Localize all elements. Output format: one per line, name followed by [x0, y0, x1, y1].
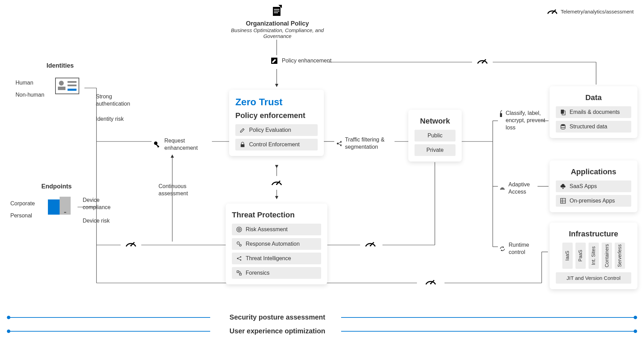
threat-title: Threat Protection [232, 210, 321, 219]
pill-risk: Risk Assessment [232, 224, 321, 235]
infra-col-paas: PaaS [575, 243, 586, 269]
edit-square-icon [271, 57, 278, 64]
pill-intel-label: Threat Intelligence [246, 255, 291, 262]
pill-forensics: Forensics [232, 267, 321, 279]
pill-network-private: Private [415, 144, 456, 156]
traffic-filtering: Traffic filtering & segmentation [336, 136, 405, 151]
pill-risk-label: Risk Assessment [246, 226, 288, 233]
refresh-icon [499, 245, 505, 252]
id-card-icon [55, 78, 79, 96]
classify-label-row: Classify, label, encrypt, prevent loss [499, 110, 547, 131]
svg-point-66 [239, 244, 241, 246]
document-icon [272, 5, 283, 17]
gears-icon [236, 241, 242, 247]
network-title: Network [415, 117, 456, 126]
svg-point-84 [561, 124, 565, 126]
svg-rect-61 [241, 144, 245, 147]
svg-line-79 [338, 142, 340, 143]
infra-card: Infrastructure IaaS PaaS Int. Sites Cont… [550, 223, 637, 289]
identities-strong-auth: Strong authentication [96, 93, 144, 108]
svg-rect-46 [274, 11, 279, 11]
svg-point-43 [634, 330, 637, 333]
endpoints-compliance: Device compliance [83, 197, 124, 211]
share-icon [236, 255, 242, 262]
lock-badge-icon [499, 110, 502, 118]
zero-trust-brand: Zero Trust [235, 97, 318, 108]
org-policy-title: Organizational Policy [221, 20, 334, 27]
gauge-icon [548, 8, 557, 15]
endpoints-risk: Device risk [83, 217, 110, 225]
data-title: Data [556, 93, 631, 102]
data-card: Data Emails & documents Structured data [550, 86, 637, 138]
fingerprint-icon [499, 185, 505, 192]
pill-emails-label: Emails & documents [570, 109, 620, 115]
pill-saas-label: SaaS Apps [570, 183, 597, 189]
svg-rect-45 [274, 9, 279, 10]
documents-icon [560, 109, 566, 115]
zero-trust-title: Policy enforcement [235, 111, 318, 120]
traffic-filtering-label: Traffic filtering & segmentation [345, 136, 405, 151]
pill-emails: Emails & documents [556, 106, 631, 118]
pill-structured-label: Structured data [570, 124, 607, 130]
svg-rect-54 [68, 89, 76, 91]
pill-response: Response Automation [232, 238, 321, 250]
svg-point-50 [59, 81, 64, 86]
adaptive-label: Adaptive Access [508, 181, 544, 196]
infra-col-iaas: IaaS [562, 243, 573, 269]
network-card: Network Public Private [408, 110, 462, 161]
svg-rect-85 [561, 198, 565, 203]
pill-onprem-label: On-premises Apps [570, 198, 615, 204]
endpoints-corporate: Corporate [10, 200, 35, 207]
svg-line-80 [338, 144, 340, 145]
svg-point-78 [340, 144, 342, 146]
infra-col-intsites: Int. Sites [589, 243, 599, 269]
svg-line-71 [238, 259, 240, 260]
svg-point-65 [237, 242, 239, 244]
pill-response-label: Response Automation [246, 241, 300, 247]
identities-human: Human [16, 79, 33, 87]
pencil-icon [239, 127, 246, 133]
svg-rect-81 [500, 113, 502, 117]
classify-label: Classify, label, encrypt, prevent loss [505, 110, 547, 131]
infra-title: Infrastructure [556, 229, 631, 238]
svg-point-69 [240, 259, 242, 261]
infra-columns: IaaS PaaS Int. Sites Containers Serverle… [556, 243, 631, 269]
footer-security: Security posture assessment [214, 313, 341, 321]
pill-structured: Structured data [556, 121, 631, 133]
pill-onprem: On-premises Apps [556, 195, 631, 207]
pill-intel: Threat Intelligence [232, 253, 321, 264]
forensics-icon [236, 270, 242, 276]
svg-rect-53 [68, 85, 76, 86]
svg-rect-52 [68, 81, 76, 83]
svg-rect-73 [239, 273, 241, 275]
pill-network-private-label: Private [427, 147, 444, 153]
identities-risk: Identity risk [96, 116, 124, 123]
svg-point-39 [634, 316, 637, 319]
svg-rect-57 [64, 212, 66, 213]
org-policy-subtitle: Business Optimization, Compliance, and G… [221, 27, 334, 39]
database-icon [560, 124, 566, 130]
apps-card: Applications SaaS Apps On-premises Apps [550, 160, 637, 212]
request-enhancement: Request enhancement [153, 137, 202, 152]
svg-point-76 [337, 143, 339, 144]
svg-point-42 [7, 330, 10, 333]
threat-card: Threat Protection Risk Assessment Respon… [226, 204, 327, 284]
runtime-label: Runtime control [509, 242, 544, 256]
svg-point-77 [340, 141, 342, 143]
pill-control-enf-label: Control Enforcement [249, 141, 300, 148]
endpoints-heading: Endpoints [41, 183, 72, 190]
adaptive-label-row: Adaptive Access [499, 181, 544, 196]
legend-label: Telemetry/analytics/assessment [561, 9, 634, 14]
pill-saas: SaaS Apps [556, 180, 631, 192]
svg-rect-47 [274, 12, 278, 13]
lock-icon [239, 141, 246, 148]
svg-rect-51 [58, 87, 65, 90]
pill-network-public-label: Public [428, 133, 443, 139]
key-icon [153, 141, 161, 148]
connector-layer [0, 0, 644, 343]
svg-rect-72 [237, 271, 239, 273]
pill-forensics-label: Forensics [246, 270, 269, 276]
identities-nonhuman: Non-human [16, 91, 44, 99]
footer-ux: User experience optimization [214, 327, 341, 335]
pill-control-enf: Control Enforcement [235, 139, 318, 150]
